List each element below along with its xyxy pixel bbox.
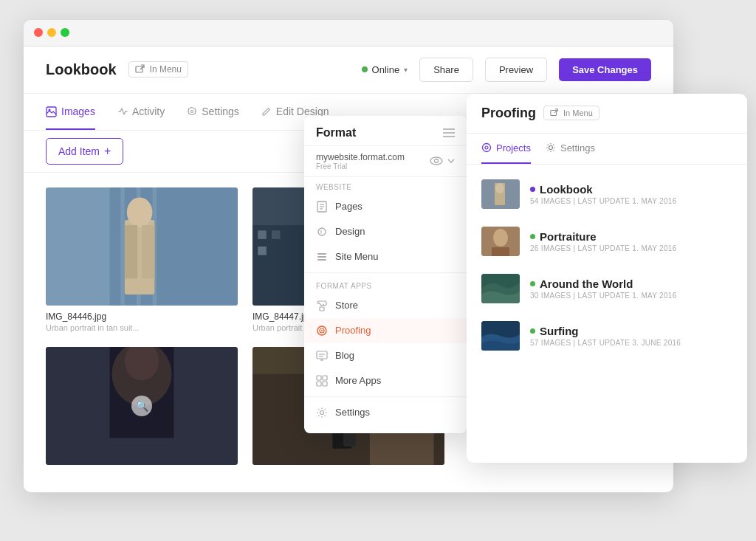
svg-rect-0 (136, 66, 142, 72)
project-name-portraiture: Portraiture (530, 230, 732, 243)
app-header: Lookbook In Menu Online ▾ Share Preview … (24, 46, 673, 94)
traffic-lights (34, 28, 69, 37)
store-label: Store (335, 300, 358, 311)
surfing-thumb-img (481, 321, 520, 351)
svg-point-57 (320, 410, 324, 414)
settings-icon (187, 106, 197, 117)
tab-activity[interactable]: Activity (117, 94, 165, 130)
svg-rect-44 (317, 259, 326, 261)
format-menu-site-menu[interactable]: Site Menu (304, 244, 467, 269)
format-menu-design[interactable]: Design (304, 219, 467, 244)
project-info-portraiture: Portraiture 26 IMAGES | LAST UPDATE 1. M… (530, 230, 732, 252)
preview-button[interactable]: Preview (485, 58, 547, 82)
chevron-down-icon (447, 158, 455, 164)
format-menu-proofing[interactable]: Proofing (304, 318, 467, 343)
project-name-label-lookbook: Lookbook (540, 183, 593, 196)
svg-rect-42 (317, 253, 326, 255)
svg-rect-54 (323, 376, 327, 380)
online-dot-icon (362, 66, 368, 72)
format-menu-blog[interactable]: Blog (304, 343, 467, 368)
svg-rect-17 (258, 230, 267, 239)
project-item-surfing[interactable]: Surfing 57 IMAGES | LAST UPDATE 3. JUNE … (467, 312, 747, 359)
settings-tab-icon (546, 142, 556, 153)
more-apps-icon (316, 375, 328, 387)
format-settings-icon (316, 407, 328, 418)
format-trial: Free Trial (316, 162, 425, 170)
format-website-row[interactable]: mywebsite.format.com Free Trial (304, 146, 467, 177)
image-card-1: IMG_84446.jpg Urban portrait in tan suit… (46, 187, 238, 332)
project-meta-portraiture: 26 IMAGES | LAST UPDATE 1. MAY 2016 (530, 244, 732, 252)
close-button[interactable] (34, 28, 43, 37)
design-label: Design (335, 226, 365, 237)
tab-settings[interactable]: Settings (187, 94, 239, 130)
tab-activity-label: Activity (132, 106, 165, 117)
project-dot-lookbook (530, 187, 535, 192)
save-changes-button[interactable]: Save Changes (559, 58, 651, 81)
image-thumb-1[interactable] (46, 187, 238, 306)
blog-icon (316, 350, 328, 362)
online-label: Online (372, 64, 400, 75)
app-title: Lookbook (46, 61, 117, 78)
project-thumb-portraiture (481, 227, 520, 256)
format-menu-settings[interactable]: Settings (304, 400, 467, 425)
minimize-button[interactable] (47, 28, 56, 37)
share-button[interactable]: Share (419, 58, 473, 82)
format-apps-section: FORMAT APPS (304, 276, 467, 293)
image-thumb-4[interactable]: 🔍 (46, 347, 238, 465)
tab-images[interactable]: Images (46, 94, 95, 130)
blog-label: Blog (335, 350, 354, 361)
proofing-tab-projects[interactable]: Projects (481, 134, 531, 164)
project-thumb-lookbook (481, 179, 520, 209)
proofing-tab-settings[interactable]: Settings (546, 134, 595, 164)
lookbook-thumb-img (481, 179, 520, 209)
svg-rect-68 (492, 247, 509, 256)
svg-rect-55 (317, 382, 321, 386)
export-icon (135, 64, 145, 75)
format-menu-more-apps[interactable]: More Apps (304, 368, 467, 393)
project-item-lookbook[interactable]: Lookbook 54 IMAGES | LAST UPDATE 1. MAY … (467, 170, 747, 218)
project-name-label-portraiture: Portraiture (540, 230, 597, 243)
svg-rect-13 (142, 225, 154, 278)
in-menu-label: In Menu (150, 64, 182, 75)
project-list: Lookbook 54 IMAGES | LAST UPDATE 1. MAY … (467, 165, 747, 365)
add-item-button[interactable]: Add Item + (46, 138, 123, 165)
divider-2 (304, 396, 467, 397)
pages-icon (316, 201, 328, 213)
online-status[interactable]: Online ▾ (362, 64, 408, 75)
chevron-down-icon: ▾ (404, 66, 408, 74)
project-item-world[interactable]: Around the World 30 IMAGES | LAST UPDATE… (467, 265, 747, 312)
proofing-panel: Proofing In Menu Projects (467, 94, 747, 463)
export-icon (550, 108, 559, 117)
svg-rect-43 (317, 256, 326, 258)
proofing-in-menu-badge[interactable]: In Menu (543, 106, 599, 120)
world-thumb-img (481, 274, 520, 303)
in-menu-badge[interactable]: In Menu (128, 61, 188, 77)
format-header: Format (304, 116, 467, 146)
format-title: Format (316, 126, 356, 139)
svg-rect-53 (317, 376, 321, 380)
format-website-url: mywebsite.format.com (316, 152, 405, 162)
project-item-portraiture[interactable]: Portraiture 26 IMAGES | LAST UPDATE 1. M… (467, 218, 747, 265)
image-name-1: IMG_84446.jpg (46, 311, 238, 322)
svg-rect-12 (125, 225, 137, 278)
image-card-4: 🔍 (46, 347, 238, 465)
svg-rect-45 (320, 307, 324, 311)
proofing-title: Proofing (481, 106, 536, 121)
svg-point-62 (549, 146, 552, 150)
maximize-button[interactable] (61, 28, 69, 37)
project-name-world: Around the World (530, 278, 732, 290)
format-menu-pages[interactable]: Pages (304, 194, 467, 219)
project-thumb-world (481, 274, 520, 303)
svg-point-48 (321, 330, 323, 331)
proofing-tabs: Projects Settings (467, 134, 747, 165)
svg-rect-49 (317, 351, 327, 359)
project-dot-surfing (530, 328, 535, 334)
format-menu-store[interactable]: Store (304, 293, 467, 318)
svg-point-36 (435, 159, 439, 163)
titlebar (24, 20, 673, 46)
proofing-label: Proofing (335, 325, 371, 336)
format-panel: Format mywebsite.format.com Free Trial W… (304, 116, 467, 433)
eye-icon (430, 156, 443, 166)
tab-settings-label: Settings (202, 106, 239, 117)
plus-icon: + (104, 145, 111, 158)
